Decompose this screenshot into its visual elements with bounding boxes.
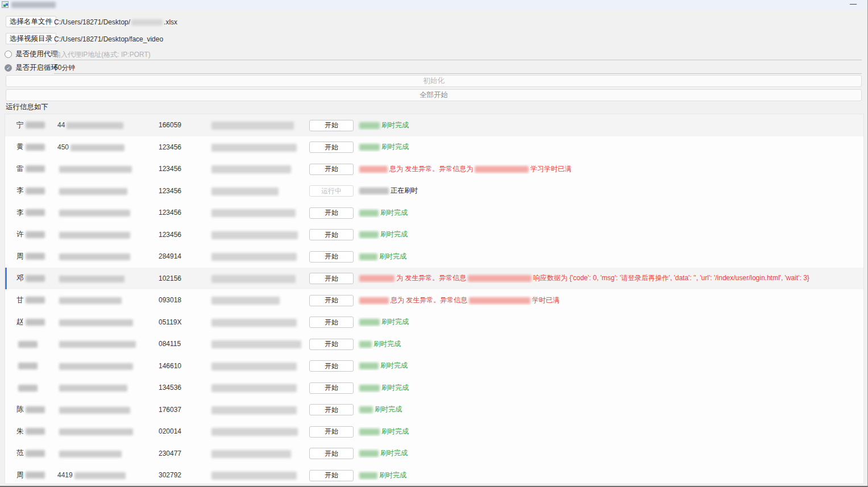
status-message: 刷时完成 xyxy=(358,252,863,261)
loop-row: 是否开启循环 xyxy=(5,63,58,73)
row-action-cell: 运行中 xyxy=(309,185,358,197)
student-id: 4419 xyxy=(57,471,159,479)
student-code: 123456 xyxy=(159,165,210,173)
redacted-text xyxy=(211,319,297,327)
status-message: 刷时完成 xyxy=(358,208,863,218)
student-name: 李 xyxy=(16,186,57,195)
row-action-cell: 开始 xyxy=(309,141,358,153)
redacted-text xyxy=(26,122,45,128)
student-name: 甘 xyxy=(16,295,57,305)
redacted-text xyxy=(359,319,380,326)
select-list-file-button[interactable]: 选择名单文件 xyxy=(6,16,56,27)
redacted-text xyxy=(475,166,529,173)
use-proxy-checkbox[interactable] xyxy=(5,51,12,58)
start-button[interactable]: 开始 xyxy=(309,448,354,459)
student-info-redacted xyxy=(210,295,309,305)
redacted-text xyxy=(359,428,380,435)
start-all-button[interactable]: 全部开始 xyxy=(6,89,862,101)
loop-checkbox[interactable] xyxy=(5,64,12,72)
student-name: 许 xyxy=(16,230,57,239)
redacted-text xyxy=(359,210,379,217)
student-code: 230477 xyxy=(159,449,210,457)
video-dir-path: C:/Users/18271/Desktop/face_video xyxy=(54,35,163,43)
redacted-text xyxy=(211,253,297,261)
start-button[interactable]: 开始 xyxy=(309,273,354,284)
start-button[interactable]: 开始 xyxy=(309,382,354,394)
start-button[interactable]: 开始 xyxy=(309,251,354,263)
student-id xyxy=(57,274,159,282)
redacted-text xyxy=(359,297,389,304)
student-id xyxy=(57,362,159,370)
app-icon xyxy=(2,1,9,8)
student-id: 44 xyxy=(57,121,159,129)
redacted-text xyxy=(59,319,133,326)
start-button[interactable]: 开始 xyxy=(309,470,354,481)
start-button[interactable]: 开始 xyxy=(309,229,354,240)
student-info-redacted xyxy=(210,186,309,196)
redacted-text xyxy=(211,406,297,414)
student-name: 雷 xyxy=(16,164,57,174)
start-button[interactable]: 开始 xyxy=(309,207,354,219)
select-video-dir-button[interactable]: 选择视频目录 xyxy=(6,33,56,44)
redacted-text xyxy=(468,275,531,282)
start-button[interactable]: 开始 xyxy=(309,404,354,415)
student-id xyxy=(57,406,159,414)
table-row: 朱020014开始刷时完成 xyxy=(5,421,863,443)
row-action-cell: 开始 xyxy=(309,426,358,438)
table-row: 邓102156开始为 发生异常。异常信息响应数据为 {'code': 0, 'm… xyxy=(5,268,863,290)
redacted-text xyxy=(59,341,136,348)
start-button[interactable]: 开始 xyxy=(309,164,354,175)
redacted-text xyxy=(26,472,45,478)
student-info-redacted xyxy=(210,426,309,436)
status-message: 刷时完成 xyxy=(358,448,863,458)
title-bar: — xyxy=(0,0,867,10)
student-name: 邓 xyxy=(16,273,57,283)
proxy-address-input[interactable] xyxy=(54,49,862,60)
student-id: 450 xyxy=(57,143,159,151)
redacted-text xyxy=(59,166,132,173)
minimize-button[interactable]: — xyxy=(846,2,860,9)
loop-minutes-input[interactable] xyxy=(54,63,862,74)
redacted-text xyxy=(18,385,38,392)
status-message: 刷时完成 xyxy=(358,142,863,152)
table-row: 146610开始刷时完成 xyxy=(5,355,863,377)
table-row: 李123456运行中正在刷时 xyxy=(5,180,863,202)
student-name xyxy=(16,362,57,370)
student-info-redacted xyxy=(210,230,309,240)
redacted-text xyxy=(211,297,280,305)
redacted-text xyxy=(59,385,127,392)
redacted-text xyxy=(359,472,377,479)
redacted-text xyxy=(359,406,373,413)
start-button[interactable]: 开始 xyxy=(309,360,354,372)
redacted-text xyxy=(359,188,389,194)
student-code: 302792 xyxy=(159,471,210,479)
student-code: 123456 xyxy=(159,187,210,195)
initialize-button[interactable]: 初始化 xyxy=(6,75,862,87)
status-message: 刷时完成 xyxy=(358,471,863,480)
redacted-text xyxy=(26,231,45,238)
start-button[interactable]: 开始 xyxy=(309,339,354,350)
student-code: 166059 xyxy=(159,121,210,129)
redacted-text xyxy=(359,231,379,238)
start-button[interactable]: 开始 xyxy=(309,120,354,131)
redacted-text xyxy=(211,275,296,283)
redacted-text xyxy=(359,275,394,282)
row-action-cell: 开始 xyxy=(309,294,358,306)
student-info-redacted xyxy=(210,448,309,459)
student-id xyxy=(57,384,159,392)
status-message: 刷时完成 xyxy=(358,361,863,371)
start-button[interactable]: 开始 xyxy=(309,317,354,328)
student-info-redacted xyxy=(210,339,309,349)
table-row: 周4419302792开始刷时完成 xyxy=(5,464,863,484)
row-action-cell: 开始 xyxy=(309,404,358,416)
start-button[interactable]: 开始 xyxy=(309,295,354,306)
redacted-text xyxy=(211,165,291,173)
student-code: 123456 xyxy=(159,231,210,239)
start-button[interactable]: 开始 xyxy=(309,426,354,438)
app-window: — 选择名单文件 C:/Users/18271/Desktop/.xlsx 选择… xyxy=(0,0,868,487)
running-button[interactable]: 运行中 xyxy=(309,185,354,197)
table-row: 黄450123456开始刷时完成 xyxy=(5,136,863,159)
start-button[interactable]: 开始 xyxy=(309,141,354,153)
row-action-cell: 开始 xyxy=(309,469,358,481)
student-name: 黄 xyxy=(16,142,57,152)
